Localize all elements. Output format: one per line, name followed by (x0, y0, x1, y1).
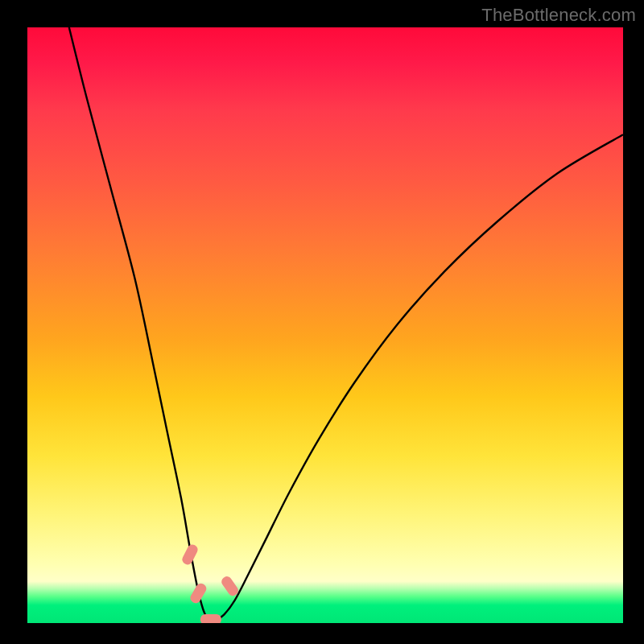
marker-right-knee (220, 575, 241, 598)
curve-markers (180, 543, 240, 623)
watermark-text: TheBottleneck.com (481, 5, 636, 26)
plot-area (27, 27, 623, 623)
marker-left-knee-bottom (188, 581, 208, 605)
bottleneck-curve-svg (27, 27, 623, 623)
bottleneck-curve (69, 27, 623, 621)
marker-left-knee-top (180, 543, 199, 566)
marker-valley-bottom (200, 614, 221, 623)
chart-frame: TheBottleneck.com (0, 0, 644, 644)
